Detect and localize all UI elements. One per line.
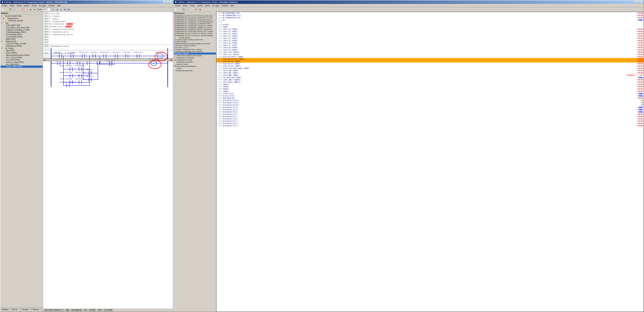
tb-open[interactable]: 📂 [4, 8, 8, 11]
tb-nc-contact[interactable]: |/| [56, 8, 59, 11]
res-vars-globales-folder[interactable]: ▼ 📁 Variables globales [174, 36, 216, 39]
maximize-btn-left[interactable]: □ [166, 1, 169, 3]
tb-copy-r[interactable]: 📋 [190, 8, 194, 11]
var-row-0026[interactable]: 0026Libre_I6 (%IB6) = FALSE [216, 42, 644, 44]
var-row-0051[interactable]: 0051OrdreOuvertureT1 = 0 [216, 99, 644, 102]
var-row-0044[interactable]: 0044Tempo1 = FALSE [216, 83, 644, 86]
tab-type[interactable]: Type de... [10, 308, 20, 312]
var-row-0018[interactable]: 0018EtatRC [216, 24, 644, 26]
tree-sorties-tor[interactable]: □ Sorties_TOR (PRG) [1, 66, 42, 68]
var-row-0046[interactable]: 0046Tempo3 = FALSE [216, 88, 644, 90]
var-row-0041[interactable]: 0041Voy_Apairage (%QB9) = TRUE [216, 76, 644, 79]
var-row-0039[interactable]: 0039Libre_QB7 (%QB7) = FALSE [216, 72, 644, 74]
res-rx-pdo[interactable]: ⊞ RX_PDO_1_TO_4 [174, 47, 216, 48]
var-row-0023[interactable]: 0023Libre_I3 (%IB3) = FALSE [216, 35, 644, 37]
res-lib7[interactable]: 📚 Bibliothèque ifm_CANopen\ifm_NetValib_… [174, 27, 216, 29]
tree-can-setting[interactable]: □ CAN_SETTING_ST (FB) [1, 42, 42, 45]
var-row-0045[interactable]: 0045Tempo2 = FALSE [216, 86, 644, 88]
tree-memo-ordre[interactable]: □ MemoOrderOuverture (PRG) [1, 54, 42, 56]
tb-paste-r[interactable]: 📌 [194, 8, 198, 11]
res-lib10[interactable]: 📚 Bibliothèque 0A_IFM_v1.3.lib 3.4.17 16… [174, 33, 216, 35]
tree-io-config[interactable]: ▼ 📁 IO_Config [1, 47, 42, 50]
var-row-0060[interactable]: 0060OrdreOuvertT1_2 = FALSE [216, 120, 644, 122]
tree-plc-prg[interactable]: □ PLC_PRG (PRG) [1, 58, 42, 61]
var-row-0055[interactable]: 0055OrdreOuvertT2_0 = TRUE [216, 108, 644, 111]
res-canopen-implicit[interactable]: ⊞ CanOpen implicit Variables (CONSTANT) [174, 39, 216, 41]
tree-plc-cycle[interactable]: □ PLC_CYCLE (PRG) [1, 56, 42, 58]
tb-new[interactable]: 📄 [1, 8, 4, 11]
res-lib9[interactable]: 📚 Bibliothèque ifm_RAW\Can\ifm_RAWCan_NT… [174, 31, 216, 33]
menu-projet-right[interactable]: Projet [189, 4, 196, 7]
res-lib1[interactable]: 📚 Bibliothèque lecstc.lib 13.4.06 15:51:… [174, 15, 216, 17]
var-row-0020[interactable]: 0020Libre_I0 (%IB0) = FALSE [216, 28, 644, 30]
tb-open-r[interactable]: 📂 [178, 8, 181, 11]
tb-run-r[interactable]: ▶ [198, 8, 202, 11]
var-row-0013[interactable]: 0013BP_OUVERTURE_3_HS = FALSE [216, 12, 644, 14]
res-admin-espion[interactable]: 🔍 Administration d'espion et des recette… [174, 54, 216, 57]
menu-aide-left[interactable]: Aide [56, 4, 62, 7]
var-row-0042[interactable]: 0042Libre_QB10 (%QB10) = FALSE [216, 79, 644, 81]
zoom-input[interactable]: 100 % [42, 8, 50, 11]
var-row-0049[interactable]: 0049EV_Non_Activ = TRUE [216, 95, 644, 97]
var-row-0032[interactable]: 0032Alim_SortVerin (%QB0) = FALSE [216, 56, 644, 58]
menu-aide-right[interactable]: Aide [229, 4, 235, 7]
resources-tree-container[interactable]: 📚 Bibliothèque lecstc.lib 13.4.06 15:51:… [174, 14, 216, 312]
menu-en-ligne-left[interactable]: En Ligne [38, 4, 47, 7]
tb-cut-r[interactable]: ✂ [186, 8, 190, 11]
tree-lecture-sdo[interactable]: □ LecturesSDD (PRG) [1, 36, 42, 38]
var-row-0025[interactable]: 0025Libre_I5 (%IB5) = FALSE [216, 40, 644, 42]
tb-set-coil[interactable]: (S) [63, 8, 67, 11]
res-lib11[interactable]: 📚 Bibliothèque Util.lib 6.7.18 10:40:12:… [174, 35, 216, 36]
res-config-cible[interactable]: 🎯 Configuration de la cible [174, 59, 216, 61]
var-row-0017[interactable]: 0017 [216, 21, 644, 24]
tb-new-r[interactable]: 📄 [174, 8, 178, 11]
var-row-0019[interactable]: 0019CmdRC [216, 26, 644, 28]
tree-can-status[interactable]: □ Can_Status_and_errors (FB) [1, 26, 42, 29]
var-row-0033[interactable]: 0033Alim_RentrVerin (%QB1) = FALSE [216, 58, 644, 60]
tb-save[interactable]: 💾 [8, 8, 12, 11]
var-row-0054[interactable]: 0054OrdreOuvertT1_0 = TRUE [216, 106, 644, 108]
var-row-0027[interactable]: 0027Libre_I7 (%IB7) = FALSE [216, 44, 644, 46]
tree-can-emcy[interactable]: □ CAN_EMCY (FB) [1, 24, 42, 26]
res-pdm-plc[interactable]: ⊞ PDM_PLC_COMUNICATION2 [174, 45, 216, 47]
tb-copy[interactable]: 📋 [17, 8, 20, 11]
tb-paste[interactable]: 📌 [20, 8, 24, 11]
var-row-0022[interactable]: 0022Libre_I2 (%IB2) = FALSE [216, 33, 644, 35]
code-lines-top[interactable]: ⊕ Tof_Cam ⊕ T_Camera ⊕ -appair ⊕ -Cligno… [49, 12, 173, 44]
close-btn-right[interactable]: ✕ [640, 1, 643, 3]
var-row-0040[interactable]: 0040Libre_QB8 (%QB8) = FALSE BOOL AT %QB… [216, 74, 644, 76]
res-lib2[interactable]: 📚 Bibliothèque ifm_CANopen\3S_CanDiv.lib… [174, 17, 216, 19]
menu-fichier-left[interactable]: Fichier [1, 4, 8, 7]
var-row-0050[interactable]: 0050Dmd_RemontRC = FALSE [216, 97, 644, 99]
menu-extras-left[interactable]: Extras [31, 4, 38, 7]
res-lib8[interactable]: 📚 Bibliothèque ifm_CR0403\ifm_CR0403_V03… [174, 29, 216, 31]
var-row-0059[interactable]: 0059OrdreOuvertT3_1 = FALSE [216, 118, 644, 120]
res-lib3[interactable]: 📚 Bibliothèque ifm_CANopen\3S_CANopenDev… [174, 19, 216, 21]
var-row-0057[interactable]: 0057OrdreOuvertT1_1 = FALSE [216, 113, 644, 116]
tree-ecriture-sdo[interactable]: □ EcritureSDD (PRG) [1, 33, 42, 36]
var-row-0024[interactable]: 0024Libre_I4 (%IB4) = FALSE [216, 37, 644, 40]
var-row-0058[interactable]: 0058OrdreOuvertT2_1 = FALSE [216, 116, 644, 118]
tree-canopen-handling[interactable]: □ CANopen_Handling_ST (FB) [1, 29, 42, 31]
menu-fenetre-left[interactable]: Fenêtre [48, 4, 56, 7]
res-vars-config1[interactable]: ⊞ Variable_Configuration (VAR_CONFIG) [174, 48, 216, 50]
tb-neg-edge[interactable]: ↓ [74, 8, 78, 11]
tab-modules[interactable]: Modules [1, 308, 10, 312]
menu-projet-left[interactable]: Projet [16, 4, 22, 7]
var-row-0014[interactable]: 0014BP_FERMERTURE_3_LS = FALSE [216, 14, 644, 16]
var-row-0062[interactable]: 0062OrdreOuvertT3_2 = FALSE [216, 125, 644, 127]
var-row-0053[interactable]: 0053OrdreOuvertureT3 = 0 [216, 104, 644, 106]
tree-objekt1xxxh[interactable]: □ Objekt1xxxh (PRG) [1, 45, 42, 47]
var-row-0048[interactable]: 0048T_Non_Actif = TRUE [216, 92, 644, 95]
var-row-0034[interactable]: 0034Alim_Verin1 (%QB2) = FALSE [216, 60, 644, 62]
var-row-0061[interactable]: 0061OrdreOuvertT2_2 = FALSE [216, 122, 644, 125]
res-lib4[interactable]: 📚 Bibliothèque ifm_CANopen\3S_CANOpenMan… [174, 21, 216, 23]
tb-pos-edge[interactable]: ↑ [70, 8, 74, 11]
menu-inserer-left[interactable]: Insérer [23, 4, 30, 7]
tree-bits-prg[interactable]: □ Bits (PRG) [1, 50, 42, 52]
minimize-btn-right[interactable]: ─ [634, 1, 637, 3]
res-vars-globales[interactable]: ⊞ Variables_Globales [174, 52, 216, 54]
var-row-0056[interactable]: 0056OrdreOuvertT3_0 = TRUE [216, 111, 644, 113]
var-row-0047[interactable]: 0047Tempo4 = FALSE [216, 90, 644, 92]
res-manager-params[interactable]: ⚙ Manager des paramètres [174, 70, 216, 72]
